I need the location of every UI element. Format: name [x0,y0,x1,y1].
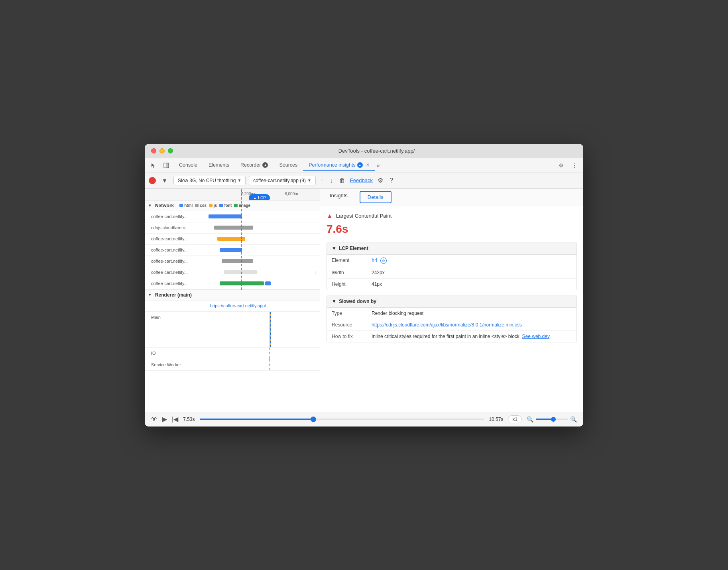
legend-html-label: html [184,203,193,208]
timeline-fill [200,419,314,420]
network-row-4-label: coffee-cart.netlify... [145,259,209,263]
maximize-button[interactable] [168,148,173,153]
more-options-icon[interactable]: ⋮ [569,160,580,171]
lcp-width-row: Width 242px [327,267,576,279]
tab-elements[interactable]: Elements [203,160,235,171]
zoom-out-icon[interactable]: 🔍 [527,416,533,423]
zoom-thumb[interactable] [551,417,556,422]
zoom-section: 🔍 🔍 [527,416,577,423]
speed-control[interactable]: x1 [508,415,522,423]
legend-css-dot [195,204,199,207]
tab-console[interactable]: Console [173,160,203,171]
sw-dashed-line [270,359,270,370]
skip-to-start-icon[interactable]: |◀ [172,415,178,423]
panel-toggle-icon[interactable] [161,160,172,171]
io-area [209,348,320,359]
lcp-title: Largest Contentful Paint [336,213,392,219]
network-row-2: coffee-cart.netlify... [145,234,320,245]
zoom-slider[interactable] [536,419,568,420]
network-row-1: cdnjs.cloudflare.c... [145,222,320,234]
type-row: Type Render blocking request [327,308,576,319]
row-expand-icon[interactable]: › [312,270,320,275]
export-icon[interactable]: ↑ [319,176,325,185]
tab-details[interactable]: Details [360,191,392,203]
bar-segment-blue [265,281,271,285]
network-legend: html css js font [179,203,250,208]
tab-close-icon[interactable]: ✕ [366,162,370,167]
legend-image-dot [234,204,238,207]
feedback-link[interactable]: Feedback [350,177,373,183]
lcp-badge-icon: ▲ [253,196,257,200]
screenshot-toggle-icon[interactable]: 👁 [151,416,157,423]
network-row-1-label: cdnjs.cloudflare.c... [145,225,209,230]
height-value: 41px [372,281,572,287]
time-mark-8000: 8,000m [285,192,298,196]
titlebar: DevTools - coffee-cart.netlify.app/ [145,144,583,158]
lcp-badge-label: LCP [258,196,266,200]
renderer-dashed-line [270,312,271,347]
tab-performance-insights[interactable]: Performance insights ▲ ✕ [303,160,375,171]
network-row-5-label: coffee-cart.netlify... [145,270,209,275]
bar-segment [224,270,257,274]
perf-settings-icon[interactable]: ⚙ [376,176,385,185]
network-row-2-label: coffee-cart.netlify... [145,236,209,241]
lcp-badge: ▲ LCP [249,194,270,200]
settings-icon[interactable]: ⚙ [555,160,567,171]
timeline-scrubber[interactable] [200,419,484,420]
resource-row: Resource https://cdnjs.cloudflare.com/aj… [327,319,576,331]
play-button[interactable]: ▶ [162,415,167,423]
legend-css-label: css [200,203,207,208]
type-value: Render blocking request [372,311,572,316]
close-button[interactable] [151,148,156,153]
network-expand-icon[interactable]: ▼ [148,203,152,208]
network-row-3-bar [209,245,320,256]
record-button[interactable] [149,177,156,184]
cursor-icon[interactable] [148,160,159,171]
renderer-url-link[interactable]: https://coffee-cart.netlify.app/ [209,303,266,308]
lcp-badge-container[interactable]: ▲ LCP [249,194,270,200]
bar-segment [217,237,245,241]
resource-link[interactable]: https://cdnjs.cloudflare.com/ajax/libs/n… [372,322,522,328]
import-icon[interactable]: ↓ [328,176,334,185]
more-tabs-button[interactable]: » [375,161,382,170]
target-dropdown[interactable]: coffee-cart.netlify.app (9) ▼ [249,176,316,185]
how-to-fix-value: Inline critical styles required for the … [372,334,572,339]
lcp-element-header: ▼ LCP Element [327,242,576,255]
main-thread-row: Main [145,312,320,348]
record-dropdown-icon[interactable]: ▼ [159,175,170,186]
tab-recorder[interactable]: Recorder ▲ [235,160,273,171]
timeline-thumb[interactable] [311,417,316,422]
toolbar-right: ⚙ ⋮ [555,160,580,171]
network-throttle-dropdown[interactable]: Slow 3G, No CPU throttling ▼ [173,176,246,185]
performance-badge-icon: ▲ [357,162,363,168]
resource-label: Resource [332,322,372,328]
lcp-element-triangle-icon: ▼ [332,246,336,251]
clear-icon[interactable]: 🗑 [338,176,347,185]
minimize-button[interactable] [159,148,165,153]
see-web-dev-link[interactable]: See web.dev [522,334,550,339]
network-row-3: coffee-cart.netlify... [145,245,320,256]
tab-insights[interactable]: Insights [320,189,357,206]
devtools-window: DevTools - coffee-cart.netlify.app/ Cons… [145,144,583,427]
zoom-in-icon[interactable]: 🔍 [570,416,577,423]
window-title: DevTools - coffee-cart.netlify.app/ [176,148,577,154]
tab-sources[interactable]: Sources [273,160,303,171]
inspect-element-icon[interactable]: ⊙ [380,257,387,264]
renderer-url-row: https://coffee-cart.netlify.app/ [145,301,320,312]
bar-segment [214,226,253,230]
legend-font-label: font [224,203,232,208]
width-value: 242px [372,270,572,275]
help-icon[interactable]: ? [388,176,395,185]
bar-segment [209,214,242,218]
network-row-5-bar [209,267,312,278]
renderer-expand-icon[interactable]: ▼ [148,293,152,297]
network-row-6-label: coffee-cart.netlify... [145,281,209,286]
network-row-0: coffee-cart.netlify... [145,211,320,222]
throttle-arrow-icon: ▼ [237,178,241,183]
legend-html-dot [179,204,183,207]
network-section-label: Network [155,203,174,208]
width-label: Width [332,270,372,275]
legend-image: image [234,203,250,208]
renderer-section-header: ▼ Renderer (main) [145,290,320,301]
legend-font: font [219,203,232,208]
